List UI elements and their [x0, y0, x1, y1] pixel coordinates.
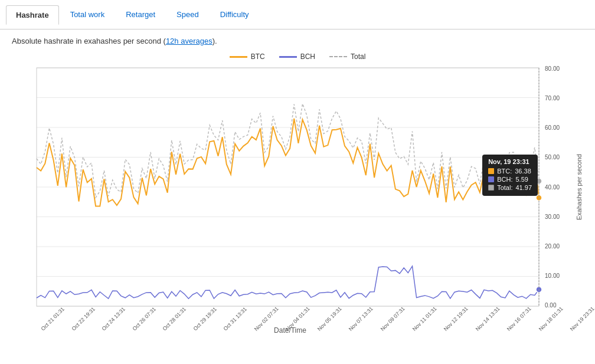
y-tick-right: 20.00 [545, 243, 568, 250]
averages-link[interactable]: 12h averages [166, 37, 212, 45]
y-tick-right: 50.00 [545, 154, 568, 160]
legend-btc-label: BTC [251, 53, 265, 61]
legend-total-color [329, 56, 347, 57]
y-tick-right: 70.00 [545, 95, 568, 101]
y-tick-right: 30.00 [545, 214, 568, 220]
legend-btc-color [230, 56, 247, 58]
legend-bch-label: BCH [300, 53, 315, 61]
y-tick-right: 40.00 [545, 184, 568, 191]
y-axis-right: 80.0070.0060.0050.0040.0030.0020.0010.00… [545, 63, 568, 311]
legend-btc: BTC [230, 53, 265, 61]
chart-container: Nov, 19 23:31 BTC: 36.38 BCH: 5.59 Total… [6, 63, 589, 352]
y-tick-right: 0.00 [545, 302, 568, 309]
legend-bch: BCH [279, 53, 315, 61]
tab-speed[interactable]: Speed [166, 5, 209, 24]
y-axis-right-label: Exahashes per second [568, 63, 589, 311]
graph-wrapper: Nov, 19 23:31 BTC: 36.38 BCH: 5.59 Total… [35, 63, 545, 311]
legend-total-label: Total [351, 53, 365, 61]
x-axis: Oct 21 01:31Oct 22 19:31Oct 24 13:31Oct … [35, 311, 545, 335]
main-chart-svg [35, 63, 545, 311]
legend-bch-color [279, 56, 297, 58]
y-tick-right: 60.00 [545, 124, 568, 131]
tab-retarget[interactable]: Retarget [116, 5, 165, 24]
tab-difficulty[interactable]: Difficulty [210, 5, 259, 24]
chart-area: Nov, 19 23:31 BTC: 36.38 BCH: 5.59 Total… [6, 63, 589, 311]
tabs-bar: HashrateTotal workRetargetSpeedDifficult… [0, 0, 595, 29]
chart-subtitle: Absolute hashrate in exahashes per secon… [0, 29, 595, 49]
tab-total-work[interactable]: Total work [60, 5, 115, 24]
y-tick-right: 10.00 [545, 273, 568, 279]
legend-total: Total [329, 53, 365, 61]
y-tick-right: 80.00 [545, 65, 568, 72]
chart-legend: BTC BCH Total [0, 49, 595, 63]
tab-hashrate[interactable]: Hashrate [6, 5, 59, 25]
